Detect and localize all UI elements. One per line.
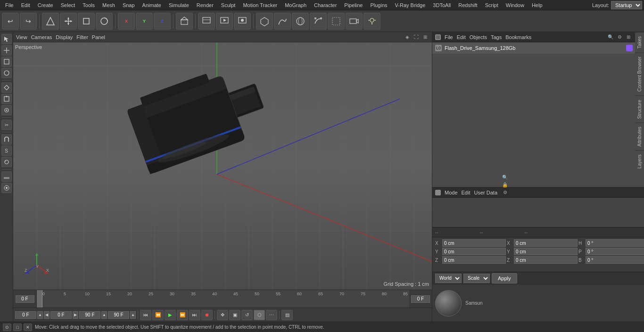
menu-sculpt[interactable]: Sculpt <box>218 1 239 9</box>
floor-button[interactable] <box>1 171 12 182</box>
point-mode-button[interactable] <box>1 105 12 115</box>
menu-tools[interactable]: Tools <box>79 1 98 9</box>
frame-current-right[interactable]: ▶ <box>73 311 78 319</box>
edge-mode-button[interactable] <box>1 94 12 104</box>
menu-plugins[interactable]: Plugins <box>367 1 390 9</box>
size-y-input[interactable] <box>514 248 578 255</box>
rotate-playback-button[interactable]: ↺ <box>241 310 253 320</box>
rot-b-input[interactable] <box>586 256 644 264</box>
current-frame-input[interactable] <box>16 295 34 303</box>
undo-button[interactable]: ↩ <box>2 13 19 30</box>
size-z-input[interactable] <box>514 256 578 264</box>
frame-end-input[interactable] <box>79 311 100 319</box>
menu-script[interactable]: Script <box>482 1 502 9</box>
camera-button[interactable] <box>346 13 363 30</box>
objects-menu-tags[interactable]: Tags <box>491 34 502 40</box>
render-button[interactable] <box>234 13 251 30</box>
menu-redshift[interactable]: Redshift <box>455 1 480 9</box>
tab-attributes[interactable]: Attributes <box>635 122 644 150</box>
timeline-end-frame-input[interactable] <box>411 295 430 303</box>
viewport-canvas[interactable]: Perspective Grid Spacing : 1 cm Y X Z <box>13 42 432 290</box>
menu-3dtoall[interactable]: 3DToAll <box>429 1 454 9</box>
tab-content-browser[interactable]: Content Browser <box>635 52 644 95</box>
frame-start-input[interactable] <box>15 311 36 319</box>
rot-p-input[interactable] <box>586 248 644 255</box>
menu-create[interactable]: Create <box>34 1 57 9</box>
scene-objects-button[interactable] <box>328 13 345 30</box>
attrs-lock-icon[interactable]: 🔒 <box>501 181 509 189</box>
go-to-end-button[interactable]: ⏭ <box>189 310 200 320</box>
menu-edit[interactable]: Edit <box>18 1 33 9</box>
model-mode-button[interactable] <box>42 13 59 30</box>
nurbs-button[interactable] <box>292 13 309 30</box>
scale-left-button[interactable] <box>1 57 12 67</box>
objects-menu-bookmarks[interactable]: Bookmarks <box>505 34 531 40</box>
menu-snap[interactable]: Snap <box>119 1 138 9</box>
objects-expand-icon[interactable]: ⊞ <box>625 33 632 41</box>
move-left-button[interactable] <box>1 45 12 56</box>
viewport-icon-1[interactable]: ◈ <box>404 33 411 41</box>
object-tool-button[interactable] <box>176 13 193 30</box>
deformer-button[interactable] <box>310 13 327 30</box>
move-playback-button[interactable]: ✥ <box>217 310 228 320</box>
polygon-mode-button[interactable] <box>1 82 12 93</box>
frame-start-up[interactable]: ▲ <box>37 311 43 319</box>
layout-select[interactable]: Startup <box>611 1 642 9</box>
play-back-button[interactable]: ⏪ <box>152 310 164 320</box>
select-tool-button[interactable] <box>1 34 12 44</box>
menu-file[interactable]: File <box>2 1 17 9</box>
coord-z-input[interactable] <box>442 256 506 264</box>
attrs-menu-userdata[interactable]: User Data <box>474 190 498 195</box>
menu-window[interactable]: Window <box>503 1 528 9</box>
go-to-start-button[interactable]: ⏮ <box>140 310 151 320</box>
status-icon-2[interactable]: □ <box>13 324 22 331</box>
object-list-item[interactable]: L0 Flash_Drive_Samsung_128Gb ● <box>432 42 644 54</box>
timeline-ruler[interactable]: 0 5 10 15 20 25 30 35 40 45 50 55 60 65 <box>37 290 409 308</box>
object-cube-button[interactable] <box>256 13 273 30</box>
coord-y-input[interactable] <box>442 248 506 255</box>
redo-button[interactable]: ↪ <box>20 13 37 30</box>
viewport-menu-cameras[interactable]: Cameras <box>31 34 52 40</box>
attrs-search-icon[interactable]: 🔍 <box>501 174 509 181</box>
z-axis-button[interactable]: Z <box>154 13 171 30</box>
scale-tool-button[interactable] <box>78 13 95 30</box>
menu-vray[interactable]: V-Ray Bridge <box>392 1 429 9</box>
menu-simulate[interactable]: Simulate <box>165 1 192 9</box>
rotate-left-button[interactable] <box>1 68 12 78</box>
size-x-input[interactable] <box>514 239 578 247</box>
more-playback-button[interactable]: ⋯ <box>266 310 277 320</box>
frame-current-left[interactable]: ◀ <box>44 311 50 319</box>
tab-takes[interactable]: Takes <box>635 32 644 52</box>
attrs-menu-edit[interactable]: Edit <box>462 190 471 195</box>
frame-fps-up[interactable]: ▲ <box>130 311 136 319</box>
menu-render[interactable]: Render <box>193 1 217 9</box>
tab-structure[interactable]: Structure <box>635 96 644 123</box>
play-forward-button[interactable]: ⏩ <box>177 310 188 320</box>
paint-button[interactable] <box>1 157 12 167</box>
move-tool-button[interactable] <box>60 13 77 30</box>
viewport-menu-filter[interactable]: Filter <box>76 34 88 40</box>
menu-motion-tracker[interactable]: Motion Tracker <box>239 1 281 9</box>
sculpt-left-button[interactable]: S <box>1 146 12 156</box>
curve-button[interactable] <box>274 13 291 30</box>
tab-layers[interactable]: Layers <box>635 150 644 172</box>
objects-search-icon[interactable]: 🔍 <box>607 33 614 41</box>
viewport-icon-2[interactable]: ⛶ <box>413 33 420 41</box>
viewport-menu-panel[interactable]: Panel <box>92 34 105 40</box>
viewport-menu-display[interactable]: Display <box>56 34 73 40</box>
coord-x-input[interactable] <box>442 239 506 247</box>
menu-character[interactable]: Character <box>311 1 340 9</box>
light-button[interactable] <box>363 13 380 30</box>
rotate-tool-button[interactable] <box>96 13 113 30</box>
frame-end-up[interactable]: ▲ <box>101 311 107 319</box>
attrs-menu-mode[interactable]: Mode <box>445 190 458 195</box>
menu-animate[interactable]: Animate <box>139 1 165 9</box>
apply-button[interactable]: Apply <box>492 273 517 283</box>
frame-fps-input[interactable] <box>108 311 129 319</box>
magnet-tool-button[interactable] <box>1 134 12 145</box>
frame-current-input[interactable] <box>50 311 72 319</box>
knife-tool-button[interactable]: ✂ <box>1 120 12 130</box>
snap-left-button[interactable] <box>1 183 12 193</box>
objects-menu-edit[interactable]: Edit <box>457 34 466 40</box>
render-viewer-button[interactable] <box>216 13 233 30</box>
